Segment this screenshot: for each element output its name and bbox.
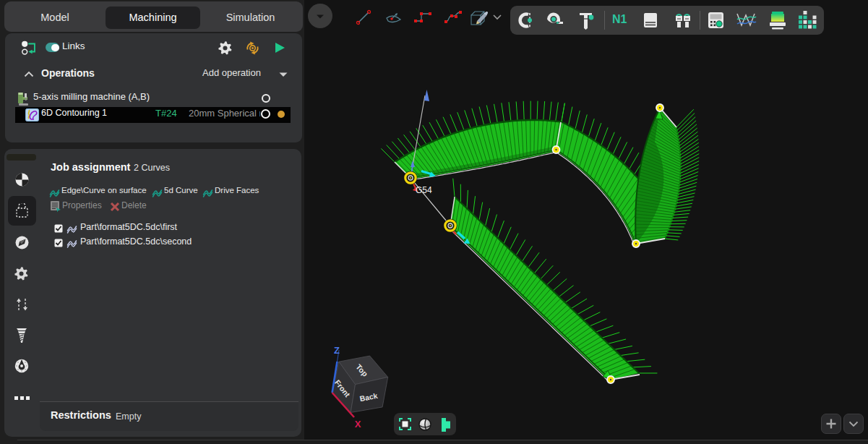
svg-text:G54: G54 [416,185,432,195]
svg-text:Z: Z [334,345,340,356]
svg-text:X: X [355,419,361,430]
